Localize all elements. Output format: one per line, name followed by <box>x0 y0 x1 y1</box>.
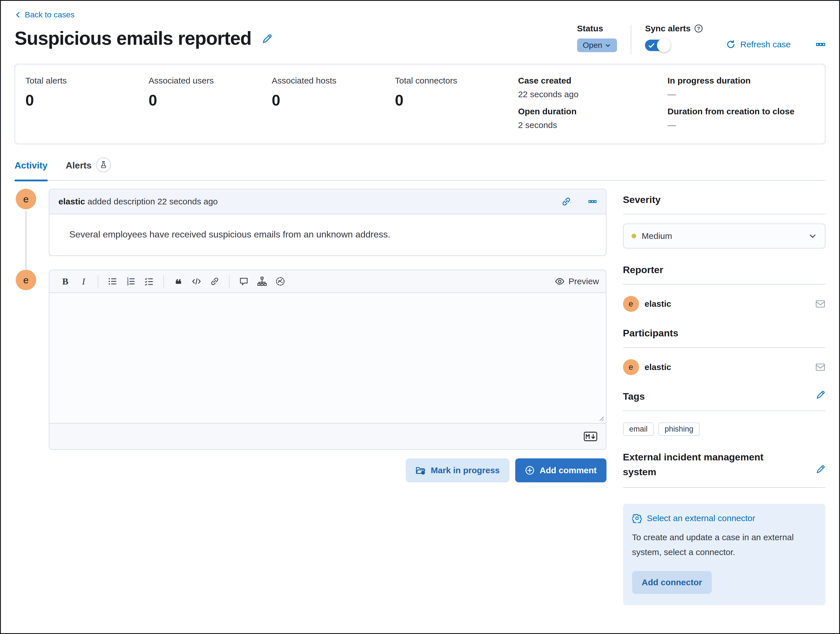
flask-icon <box>99 161 107 169</box>
comment-time: 22 seconds ago <box>157 197 218 206</box>
tab-activity-label: Activity <box>14 160 47 171</box>
connector-description: To create and update a case in an extern… <box>632 530 816 560</box>
avatar: e <box>16 270 36 290</box>
edit-title-pencil-icon[interactable] <box>262 33 273 44</box>
toggle-knob <box>657 38 671 52</box>
topbar: Back to cases Suspicious emails reported… <box>1 1 839 49</box>
external-system-heading: External incident management system <box>623 449 794 479</box>
quote-button[interactable]: ❝ <box>171 273 186 289</box>
plus-circle-icon <box>525 465 535 475</box>
eye-icon <box>555 276 565 286</box>
connector-panel: Select an external connector To create a… <box>623 504 826 605</box>
email-icon[interactable] <box>815 299 826 309</box>
task-list-button[interactable] <box>142 273 156 289</box>
email-icon[interactable] <box>815 362 826 372</box>
unordered-list-button[interactable] <box>105 273 120 289</box>
tag-badge: email <box>623 423 654 436</box>
back-to-cases-link[interactable]: Back to cases <box>14 10 74 19</box>
hierarchy-button[interactable] <box>255 273 270 289</box>
tag-badge: phishing <box>658 423 700 436</box>
sync-alerts-label: Sync alerts <box>645 24 691 33</box>
stat-associated-hosts: Associated hosts 0 <box>272 76 395 130</box>
tab-activity[interactable]: Activity <box>14 160 47 180</box>
check-icon <box>648 42 655 49</box>
link-button[interactable] <box>207 273 222 289</box>
date-label: Open duration <box>518 107 668 116</box>
folder-exclamation-icon: ! <box>415 465 426 475</box>
case-sidebar: Severity Medium Reporter e elastic Pa <box>623 189 826 605</box>
stat-total-alerts: Total alerts 0 <box>25 76 148 130</box>
add-comment-button[interactable]: Add comment <box>515 458 606 483</box>
participant-name: elastic <box>645 362 671 372</box>
stat-value: 0 <box>272 91 395 109</box>
reporter-name: elastic <box>645 299 671 309</box>
stat-label: Associated users <box>148 76 272 85</box>
sync-alerts-group: Sync alerts ? <box>645 24 703 51</box>
date-label: Case created <box>518 76 668 85</box>
editor-footer <box>49 423 606 449</box>
lens-button[interactable] <box>273 273 288 289</box>
avatar: e <box>623 359 639 375</box>
reporter-heading: Reporter <box>623 262 826 277</box>
participant-row: e elastic <box>623 359 826 375</box>
refresh-icon <box>726 39 736 49</box>
edit-connector-pencil-icon[interactable] <box>816 464 826 474</box>
severity-section: Severity Medium <box>623 192 826 249</box>
refresh-label: Refresh case <box>740 39 791 49</box>
comment-actions-icon[interactable] <box>588 197 597 206</box>
header-controls: Status Open Sync alerts ? Refre <box>577 24 826 54</box>
severity-value: Medium <box>642 231 673 241</box>
participants-section: Participants e elastic <box>623 326 826 375</box>
reporter-section: Reporter e elastic <box>623 262 826 312</box>
tags-section: Tags email phishing <box>623 389 826 436</box>
sync-alerts-toggle[interactable] <box>645 39 670 51</box>
refresh-case-button[interactable]: Refresh case <box>726 39 791 49</box>
case-actions-menu-icon[interactable] <box>816 39 826 49</box>
stat-label: Total connectors <box>395 76 518 85</box>
divider <box>631 25 631 54</box>
case-summary-panel: Total alerts 0 Associated users 0 Associ… <box>14 64 826 144</box>
resize-handle[interactable] <box>597 415 604 421</box>
date-value: — <box>668 120 794 130</box>
page-title: Suspicious emails reported <box>14 27 251 49</box>
severity-dot <box>632 234 636 238</box>
question-circle-icon[interactable]: ? <box>694 24 703 33</box>
select-connector-link[interactable]: Select an external connector <box>632 513 816 523</box>
ordered-list-button[interactable]: 123 <box>123 273 138 289</box>
stat-label: Total alerts <box>25 76 148 85</box>
severity-select[interactable]: Medium <box>623 224 826 249</box>
date-label: In progress duration <box>668 76 794 85</box>
participants-heading: Participants <box>623 326 826 341</box>
tab-alerts[interactable]: Alerts <box>66 160 111 180</box>
edit-tags-pencil-icon[interactable] <box>816 390 826 400</box>
reporter-row: e elastic <box>623 296 826 312</box>
markdown-icon[interactable] <box>584 432 597 441</box>
comment-header: elastic added description 22 seconds ago <box>49 189 606 214</box>
preview-toggle[interactable]: Preview <box>555 276 599 286</box>
tab-alerts-label: Alerts <box>66 160 92 171</box>
preview-label: Preview <box>568 276 599 286</box>
avatar: e <box>16 189 36 209</box>
comment-textarea[interactable] <box>49 293 606 423</box>
copy-link-icon[interactable] <box>561 197 571 207</box>
code-button[interactable] <box>189 273 204 289</box>
status-dropdown[interactable]: Open <box>577 38 617 52</box>
external-system-section: External incident management system Sele… <box>623 449 826 605</box>
chevron-down-icon <box>808 232 817 240</box>
comment-actions: ! Mark in progress Add comment <box>14 458 606 483</box>
mark-in-progress-button[interactable]: ! Mark in progress <box>406 458 510 483</box>
italic-button[interactable]: I <box>76 273 91 289</box>
select-connector-label: Select an external connector <box>647 513 755 523</box>
back-label: Back to cases <box>25 10 74 19</box>
date-value: 22 seconds ago <box>518 90 668 99</box>
bold-button[interactable]: B <box>58 273 73 289</box>
stat-label: Associated hosts <box>272 76 395 85</box>
add-comment-label: Add comment <box>540 465 597 475</box>
stat-total-connectors: Total connectors 0 <box>395 76 518 130</box>
add-connector-button[interactable]: Add connector <box>632 571 712 594</box>
case-tabs: Activity Alerts <box>14 160 826 181</box>
gear-icon <box>632 513 642 523</box>
comment-bubble-button[interactable] <box>236 273 251 289</box>
date-label: Duration from creation to close <box>668 107 794 116</box>
svg-text:?: ? <box>697 26 700 32</box>
